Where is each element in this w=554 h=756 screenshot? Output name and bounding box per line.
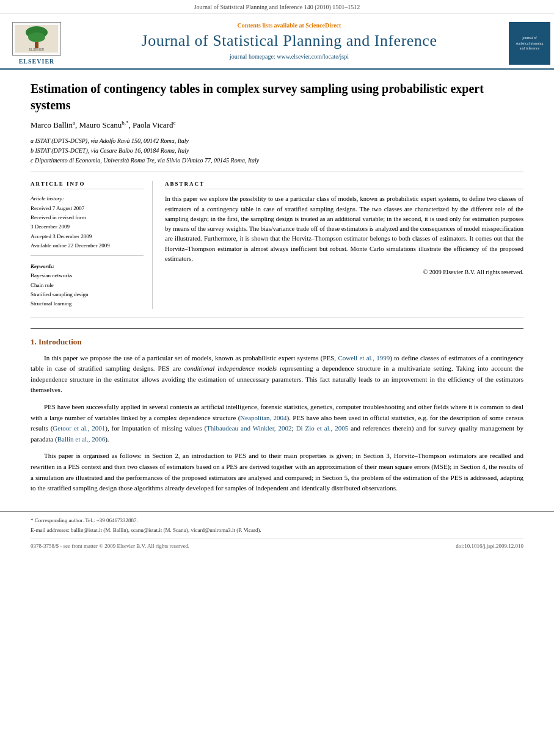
intro-para-1: In this paper we propose the use of a pa… bbox=[31, 353, 523, 396]
corresponding-note: * Corresponding author. Tel.: +39 064673… bbox=[31, 517, 523, 525]
keyword-2: Chain rule bbox=[31, 281, 144, 290]
affiliation-b: b ISTAT (DPTS-DCET), via Cesare Balbo 16… bbox=[31, 146, 523, 156]
keyword-1: Bayesian networks bbox=[31, 271, 144, 280]
ref-getoor[interactable]: Getoor et al., 2001 bbox=[53, 424, 105, 432]
article-history: Article history: Received 7 August 2007 … bbox=[31, 194, 144, 256]
keyword-4: Structural learning bbox=[31, 299, 144, 308]
elsevier-wordmark: ELSEVIER bbox=[19, 58, 55, 65]
available-date: Available online 22 December 2009 bbox=[31, 241, 144, 250]
issn-text: 0378-3758/$ - see front matter © 2009 El… bbox=[31, 543, 189, 549]
intro-para-3: This paper is organised as follows: in S… bbox=[31, 451, 523, 493]
citation-bar: Journal of Statistical Planning and Infe… bbox=[0, 0, 554, 13]
abstract-col: ABSTRACT In this paper we explore the po… bbox=[165, 181, 523, 308]
svg-text:ELSEVIER: ELSEVIER bbox=[29, 48, 45, 51]
thumb-box: journal ofstatistical planningand infere… bbox=[509, 22, 550, 65]
section-rule bbox=[31, 328, 523, 329]
article-info-heading: ARTICLE INFO bbox=[31, 181, 144, 189]
author-vicard: Paola Vicard bbox=[133, 120, 173, 129]
ref-dizio[interactable]: Di Zio et al., 2005 bbox=[296, 424, 349, 432]
homepage-url: www.elsevier.com/locate/jspi bbox=[277, 53, 349, 60]
authors-line: Marco Ballina, Mauro Scanub,*, Paola Vic… bbox=[31, 120, 523, 130]
elsevier-logo-svg: ELSEVIER bbox=[15, 25, 58, 53]
ref-cowell[interactable]: Cowell et al., 1999 bbox=[338, 354, 390, 362]
main-content: Estimation of contingency tables in comp… bbox=[0, 70, 554, 511]
footer: * Corresponding author. Tel.: +39 064673… bbox=[0, 511, 554, 554]
article-info-col: ARTICLE INFO Article history: Received 7… bbox=[31, 181, 153, 308]
abstract-text: In this paper we explore the possibility… bbox=[165, 194, 523, 277]
keywords-label: Keywords: bbox=[31, 263, 54, 269]
ref-ballin[interactable]: Ballin et al., 2006 bbox=[57, 435, 106, 443]
keywords-section: Keywords: Bayesian networks Chain rule S… bbox=[31, 262, 144, 308]
journal-thumbnail: journal ofstatistical planningand infere… bbox=[505, 18, 554, 68]
keyword-3: Stratified sampling design bbox=[31, 290, 144, 299]
section-1-title: 1. Introduction bbox=[31, 337, 523, 347]
revised-date: 3 December 2009 bbox=[31, 222, 144, 231]
abstract-body: In this paper we explore the possibility… bbox=[165, 195, 523, 262]
journal-header: ELSEVIER ELSEVIER Contents lists availab… bbox=[0, 13, 554, 70]
affiliation-a: a ISTAT (DPTS-DCSP), via Adolfo Ravà 150… bbox=[31, 136, 523, 146]
citation-text: Journal of Statistical Planning and Infe… bbox=[194, 4, 360, 10]
sciencedirect-name: ScienceDirect bbox=[305, 22, 341, 29]
received-revised-label: Received in revised form bbox=[31, 213, 144, 222]
doi-text: doi:10.1016/j.jspi.2009.12.010 bbox=[456, 543, 523, 549]
journal-title: Journal of Statistical Planning and Infe… bbox=[142, 31, 437, 50]
received-date: Received 7 August 2007 bbox=[31, 204, 144, 213]
copyright-notice: © 2009 Elsevier B.V. All rights reserved… bbox=[165, 267, 523, 277]
paper-title: Estimation of contingency tables in comp… bbox=[31, 81, 523, 114]
ref-neapolitan[interactable]: Neapolitan, 2004 bbox=[240, 414, 286, 421]
accepted-date: Accepted 3 December 2009 bbox=[31, 232, 144, 241]
elsevier-logo-box: ELSEVIER bbox=[12, 22, 61, 56]
thumb-text: journal ofstatistical planningand infere… bbox=[516, 35, 543, 51]
author-scanu: Mauro Scanu bbox=[79, 120, 122, 129]
affiliations: a ISTAT (DPTS-DCSP), via Adolfo Ravà 150… bbox=[31, 136, 523, 172]
abstract-heading: ABSTRACT bbox=[165, 181, 523, 189]
journal-homepage: journal homepage: www.elsevier.com/locat… bbox=[230, 53, 349, 60]
intro-para-2: PES have been successfully applied in se… bbox=[31, 402, 523, 445]
footer-bottom: 0378-3758/$ - see front matter © 2009 El… bbox=[31, 539, 523, 549]
history-label: Article history: bbox=[31, 195, 64, 202]
article-info-abstract: ARTICLE INFO Article history: Received 7… bbox=[31, 181, 523, 318]
elsevier-logo-area: ELSEVIER ELSEVIER bbox=[0, 18, 73, 68]
affiliation-c: c Dipartimento di Economia, Università R… bbox=[31, 156, 523, 165]
svg-point-2 bbox=[28, 32, 45, 42]
ref-thibaudeau[interactable]: Thibaudeau and Winkler, 2002 bbox=[206, 424, 291, 432]
journal-center: Contents lists available at ScienceDirec… bbox=[73, 18, 505, 68]
sciencedirect-link: Contents lists available at ScienceDirec… bbox=[238, 22, 341, 29]
email-note: E-mail addresses: ballin@istat.it (M. Ba… bbox=[31, 526, 523, 535]
author-ballin: Marco Ballin bbox=[31, 120, 73, 129]
